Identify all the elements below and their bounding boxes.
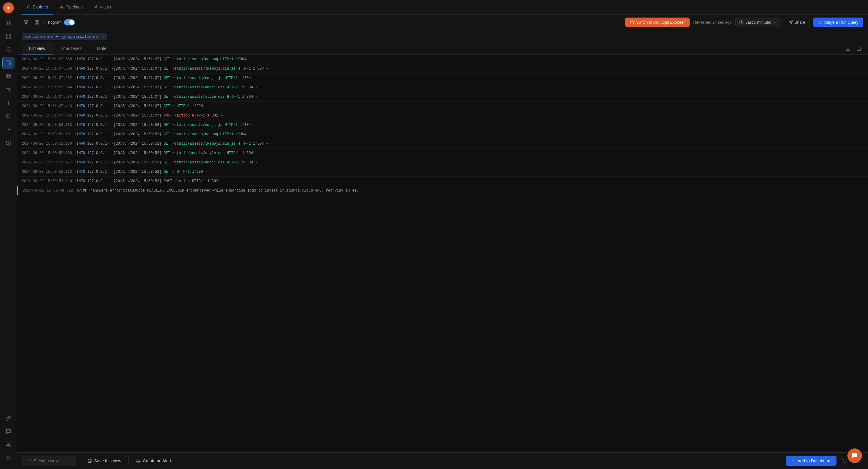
filter-tag-text: service.name = my-application-5 xyxy=(25,34,99,39)
log-entry[interactable]: 2024-06-20 15:50:52.114 | INFO | 127.0.0… xyxy=(17,177,868,186)
log-level: INFO xyxy=(76,122,85,128)
log-separator2: | xyxy=(85,94,87,100)
log-url: GET /static/assets/emoji.css HTTP/1.1 xyxy=(163,160,244,165)
svg-marker-36 xyxy=(94,5,97,8)
settings-toggle-button[interactable] xyxy=(33,18,41,27)
log-separator: | xyxy=(74,66,76,71)
sidebar-item-logs[interactable] xyxy=(2,57,14,69)
log-quote-open: " xyxy=(161,122,163,128)
log-entry[interactable]: 2024-06-20 15:51:07.568 | INFO | 127.0.0… xyxy=(17,55,868,64)
log-quote-open: " xyxy=(161,85,163,90)
log-ip: 127.0.0.1 xyxy=(87,66,107,71)
log-ip: 127.0.0.1 xyxy=(87,75,107,81)
filter-toggle-button[interactable] xyxy=(22,18,30,27)
columns-button[interactable] xyxy=(855,44,863,53)
create-alert-button[interactable]: Create an Alert xyxy=(132,456,175,466)
log-timestamp: 2024-06-20 15:51:07.402 xyxy=(22,113,72,118)
svg-rect-39 xyxy=(37,21,39,22)
select-view-dropdown[interactable]: Select a view xyxy=(22,456,76,466)
log-datetime: [20/Jun/2024 15:51:07] xyxy=(113,85,161,90)
log-separator2: | xyxy=(86,188,88,193)
sidebar-item-integrations[interactable] xyxy=(2,412,14,424)
switch-old-logs-button[interactable]: Switch to Old Logs Explorer xyxy=(625,18,689,27)
add-to-dashboard-button[interactable]: Add to Dashboard xyxy=(786,456,837,466)
sidebar-item-services[interactable] xyxy=(2,70,14,82)
sidebar-item-exceptions[interactable] xyxy=(2,110,14,122)
sidebar-item-alerts[interactable] xyxy=(2,43,14,56)
log-status: 304 - xyxy=(257,141,268,146)
log-timestamp: 2024-06-20 15:50:52.181 xyxy=(22,132,72,137)
tab-views[interactable]: Views xyxy=(89,0,116,14)
share-button[interactable]: Share xyxy=(784,18,810,27)
svg-point-16 xyxy=(9,91,10,91)
filter-expand-button[interactable] xyxy=(859,34,863,39)
tab-pipelines[interactable]: Pipelines xyxy=(55,0,88,14)
log-entry[interactable]: 2024-06-20 15:50:52.177 | INFO | 127.0.0… xyxy=(17,158,868,167)
tab-time-series[interactable]: Time series xyxy=(53,43,89,55)
filter-remove-button[interactable]: × xyxy=(102,34,104,39)
log-timestamp: 2024-06-20 15:50:52.177 xyxy=(22,160,72,165)
log-timestamp: 2024-06-20 15:51:07.552 xyxy=(22,75,72,81)
svg-point-23 xyxy=(6,114,10,118)
sidebar-item-team[interactable] xyxy=(2,439,14,451)
log-quote-close: " xyxy=(244,150,247,156)
log-status: 304 - xyxy=(247,160,257,165)
save-view-button[interactable]: Save this view xyxy=(84,456,125,466)
log-entry[interactable]: 2024-06-20 15:51:07.560 | INFO | 127.0.0… xyxy=(17,64,868,73)
svg-point-33 xyxy=(7,456,9,458)
tab-table[interactable]: Table xyxy=(89,43,114,55)
tab-explorer[interactable]: Explorer xyxy=(22,0,53,14)
log-dash: - - xyxy=(107,122,114,128)
sidebar-item-traces[interactable] xyxy=(2,83,14,96)
tab-list-view[interactable]: List view xyxy=(22,43,53,55)
filter-tag-service[interactable]: service.name = my-application-5 × xyxy=(22,33,107,40)
log-quote-close: " xyxy=(255,141,257,146)
log-entry[interactable]: 2024-06-20 15:50:52.180 | INFO | 127.0.0… xyxy=(17,148,868,158)
log-separator2: | xyxy=(85,113,87,118)
log-level: WARN xyxy=(77,188,86,193)
sidebar-item-metrics[interactable] xyxy=(2,97,14,109)
log-entry[interactable]: 2024-06-20 15:51:07.544 | INFO | 127.0.0… xyxy=(17,83,868,92)
sidebar-item-settings[interactable] xyxy=(2,137,14,149)
export-button[interactable] xyxy=(844,44,852,53)
sidebar-item-dashboard[interactable] xyxy=(2,30,14,42)
log-entry[interactable]: 2024-06-20 15:50:48.822 | WARN | Transie… xyxy=(17,186,868,196)
log-entry[interactable]: 2024-06-20 15:50:52.181 | INFO | 127.0.0… xyxy=(17,130,868,139)
time-range-selector[interactable]: Last 5 minutes xyxy=(735,18,780,27)
log-status: 304 - xyxy=(247,150,257,156)
log-entry[interactable]: 2024-06-20 15:51:07.534 | INFO | 127.0.0… xyxy=(17,92,868,102)
view-tabs: List view Time series Table xyxy=(17,43,868,55)
chevron-down-icon xyxy=(67,459,71,463)
log-entry[interactable]: 2024-06-20 15:50:52.183 | INFO | 127.0.0… xyxy=(17,121,868,130)
svg-rect-10 xyxy=(9,74,11,76)
log-level: INFO xyxy=(76,141,85,146)
svg-marker-37 xyxy=(24,21,28,24)
log-entry[interactable]: 2024-06-20 15:50:52.180 | INFO | 127.0.0… xyxy=(17,139,868,148)
log-entries-container[interactable]: 2024-06-20 15:51:07.568 | INFO | 127.0.0… xyxy=(17,55,868,453)
log-status: 200 - xyxy=(196,103,207,109)
sidebar-item-profile[interactable] xyxy=(2,452,14,464)
log-quote-open: " xyxy=(161,66,163,71)
log-entry[interactable]: 2024-06-20 15:51:07.552 | INFO | 127.0.0… xyxy=(17,73,868,83)
log-url: GET /static/images/no.png HTTP/1.1 xyxy=(163,132,238,137)
log-entry[interactable]: 2024-06-20 15:51:07.410 | INFO | 127.0.0… xyxy=(17,102,868,111)
pipelines-icon xyxy=(59,5,64,9)
log-entry[interactable]: 2024-06-20 15:51:07.402 | INFO | 127.0.0… xyxy=(17,111,868,121)
chat-support-bubble[interactable] xyxy=(847,448,862,463)
time-range-label: Last 5 minutes xyxy=(745,20,771,25)
log-datetime: [20/Jun/2024 15:51:07] xyxy=(113,113,161,118)
sidebar-item-chat[interactable] xyxy=(2,426,14,438)
log-quote-open: " xyxy=(161,141,163,146)
log-entry[interactable]: 2024-06-20 15:50:52.133 | INFO | 127.0.0… xyxy=(17,167,868,177)
log-separator2: | xyxy=(85,66,87,71)
log-quote-close: " xyxy=(242,122,244,128)
app-logo[interactable] xyxy=(3,2,14,13)
svg-point-31 xyxy=(7,142,9,144)
stage-run-button[interactable]: Stage & Run Query xyxy=(813,18,863,27)
sidebar-item-start[interactable] xyxy=(2,17,14,29)
sidebar-item-query[interactable] xyxy=(2,124,14,136)
log-quote-open: " xyxy=(161,94,163,100)
log-status: 304 - xyxy=(240,132,251,137)
histogram-switch[interactable] xyxy=(64,20,75,25)
log-datetime: [20/Jun/2024 15:51:07] xyxy=(113,103,161,109)
